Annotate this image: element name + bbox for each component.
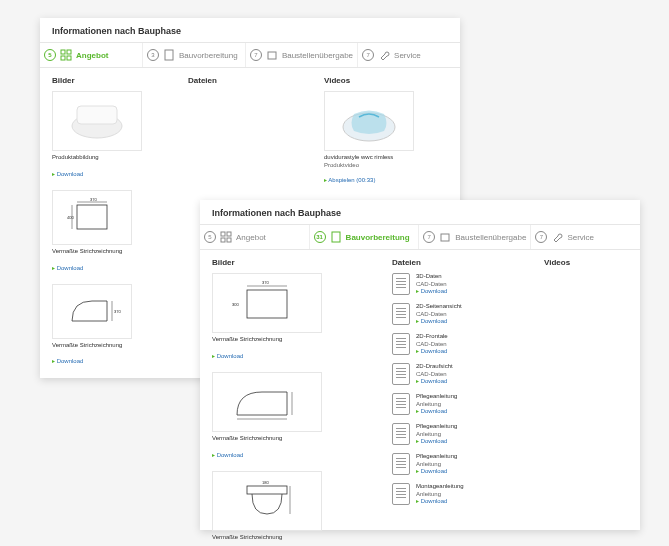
tab-label: Baustellenübergabe [455, 233, 526, 242]
drawing-image[interactable]: 370 [52, 284, 132, 339]
doc-icon [330, 231, 342, 243]
tab-service[interactable]: 7 Service [358, 43, 460, 67]
svg-rect-22 [247, 290, 287, 318]
svg-rect-19 [227, 238, 231, 242]
svg-rect-7 [77, 106, 117, 124]
image-item: Vermaßte StrichzeichnungDownload [212, 372, 380, 461]
svg-rect-8 [77, 205, 107, 229]
svg-text:180: 180 [262, 480, 269, 485]
file-icon [392, 483, 410, 505]
box-icon [266, 49, 278, 61]
grid-icon [220, 231, 232, 243]
subtitle: Produktvideo [324, 162, 448, 168]
svg-text:370: 370 [262, 280, 269, 285]
svg-text:370: 370 [90, 197, 97, 202]
file-title: Pflegeanleitung [416, 393, 457, 401]
file-title: Pflegeanleitung [416, 453, 457, 461]
file-icon [392, 303, 410, 325]
tab-bauvorbereitung[interactable]: 3 Bauvorbereitung [143, 43, 246, 67]
col-header: Videos [324, 76, 448, 85]
product-image[interactable] [52, 91, 142, 151]
tab-service[interactable]: 7 Service [531, 225, 640, 249]
doc-icon [163, 49, 175, 61]
file-item: 3D-DatenCAD-DatenDownload [392, 273, 532, 295]
svg-rect-20 [332, 232, 340, 242]
caption: Vermaßte Strichzeichnung [212, 336, 380, 344]
tab-bauvorbereitung[interactable]: 31 Bauvorbereitung [310, 225, 420, 249]
tabs: 5 Angebot 31 Bauvorbereitung 7 Baustelle… [200, 224, 640, 250]
tab-label: Bauvorbereitung [346, 233, 410, 242]
file-item: 2D-SeitenansichtCAD-DatenDownload [392, 303, 532, 325]
download-link[interactable]: Download [416, 467, 457, 474]
file-icon [392, 273, 410, 295]
video-item: duvidurastyle wwc rimless Produktvideo A… [324, 91, 448, 186]
wrench-icon [378, 49, 390, 61]
file-icon [392, 423, 410, 445]
svg-rect-2 [61, 56, 65, 60]
col-header: Dateien [392, 258, 532, 267]
tab-num: 31 [314, 231, 326, 243]
file-title: 2D-Draufsicht [416, 363, 453, 371]
file-item: PflegeanleitungAnleitungDownload [392, 453, 532, 475]
tab-num: 7 [250, 49, 262, 61]
caption: Vermaßte Strichzeichnung [212, 534, 380, 542]
caption: duvidurastyle wwc rimless [324, 154, 448, 162]
download-link[interactable]: Download [212, 353, 243, 359]
drawing-image[interactable]: 370400 [52, 190, 132, 245]
file-item: MontageanleitungAnleitungDownload [392, 483, 532, 505]
panel-title: Informationen nach Bauphase [40, 18, 460, 42]
tab-baustellenuebergabe[interactable]: 7 Baustellenübergabe [419, 225, 531, 249]
tab-label: Angebot [76, 51, 108, 60]
download-link[interactable]: Download [212, 452, 243, 458]
download-link[interactable]: Download [416, 287, 447, 294]
tab-num: 3 [147, 49, 159, 61]
tab-angebot[interactable]: 5 Angebot [40, 43, 143, 67]
download-link[interactable]: Download [52, 265, 83, 271]
video-thumb[interactable] [324, 91, 414, 151]
grid-icon [60, 49, 72, 61]
caption: Vermaßte Strichzeichnung [212, 435, 380, 443]
file-title: Pflegeanleitung [416, 423, 457, 431]
col-header: Dateien [188, 76, 312, 85]
download-link[interactable]: Download [416, 377, 453, 384]
svg-rect-3 [67, 56, 71, 60]
tab-baustellenuebergabe[interactable]: 7 Baustellenübergabe [246, 43, 358, 67]
col-header: Videos [544, 258, 628, 267]
caption: Vermaßte Strichzeichnung [52, 248, 176, 256]
svg-text:300: 300 [232, 302, 239, 307]
caption: Vermaßte Strichzeichnung [52, 342, 176, 350]
tab-label: Service [567, 233, 594, 242]
file-icon [392, 453, 410, 475]
panel-bauvorbereitung: Informationen nach Bauphase 5 Angebot 31… [200, 200, 640, 530]
box-icon [439, 231, 451, 243]
download-link[interactable]: Download [416, 437, 457, 444]
tabs: 5 Angebot 3 Bauvorbereitung 7 Baustellen… [40, 42, 460, 68]
svg-rect-5 [268, 52, 276, 59]
drawing-image[interactable] [212, 372, 322, 432]
file-title: 2D-Seitenansicht [416, 303, 462, 311]
file-title: 2D-Frontale [416, 333, 448, 341]
image-item: 370400 Vermaßte Strichzeichnung Download [52, 190, 176, 274]
tab-num: 7 [535, 231, 547, 243]
col-header: Bilder [52, 76, 176, 85]
file-item: 2D-FrontaleCAD-DatenDownload [392, 333, 532, 355]
download-link[interactable]: Download [416, 497, 464, 504]
tab-label: Service [394, 51, 421, 60]
download-link[interactable]: Download [416, 317, 462, 324]
tab-angebot[interactable]: 5 Angebot [200, 225, 310, 249]
file-item: PflegeanleitungAnleitungDownload [392, 393, 532, 415]
image-item: 180Vermaßte StrichzeichnungDownload [212, 471, 380, 546]
file-title: 3D-Daten [416, 273, 447, 281]
caption: Produktabbildung [52, 154, 176, 162]
tab-label: Angebot [236, 233, 266, 242]
drawing-image[interactable]: 370300 [212, 273, 322, 333]
download-link[interactable]: Download [52, 358, 83, 364]
svg-rect-17 [227, 232, 231, 236]
drawing-image[interactable]: 180 [212, 471, 322, 531]
tab-num: 7 [362, 49, 374, 61]
download-link[interactable]: Download [416, 407, 457, 414]
download-link[interactable]: Download [416, 347, 448, 354]
download-link[interactable]: Download [52, 171, 83, 177]
panel-title: Informationen nach Bauphase [200, 200, 640, 224]
play-link[interactable]: Abspielen (00:33) [324, 177, 375, 183]
